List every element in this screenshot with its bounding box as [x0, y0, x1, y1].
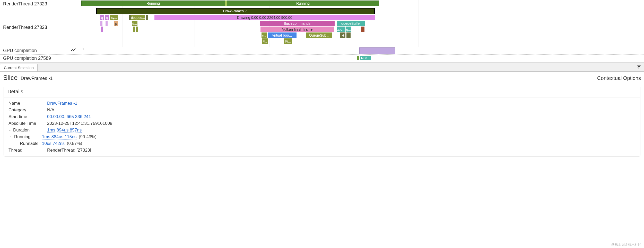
trace-d[interactable]: d... [132, 21, 137, 26]
trace-bar-tiny2[interactable] [146, 15, 148, 20]
trace-l3-b[interactable] [106, 21, 108, 26]
trace-l4-d2[interactable] [136, 27, 138, 32]
trace-tiny-r2[interactable] [349, 32, 351, 38]
detail-pct-runnable: (0.57%) [67, 141, 82, 146]
detail-pct-running: (99.43%) [79, 134, 97, 139]
track-label-gpu-completion[interactable]: GPU completion [0, 47, 81, 54]
details-header: Details [4, 86, 640, 97]
detail-val-thread: RenderThread [27323] [47, 148, 91, 153]
trace-app[interactable]: app... [337, 27, 345, 32]
detail-val-runnable[interactable]: 10us 742ns [42, 141, 65, 146]
chevron-down-icon[interactable]: ⌄ [8, 128, 12, 131]
trace-bar-tiny1[interactable] [129, 15, 131, 20]
trace-p[interactable]: p [114, 21, 118, 26]
trace-fi[interactable]: Fi... [284, 38, 292, 44]
trace-queuesub[interactable]: QueueSub... [306, 32, 332, 38]
trace-gpu-green[interactable] [357, 56, 359, 60]
detail-val-category: N/A [47, 108, 54, 113]
trace-brown[interactable] [361, 27, 364, 32]
detail-key-start: Start time [8, 114, 47, 119]
trace-l3-a[interactable] [100, 21, 102, 26]
detail-key-duration[interactable]: ⌄ Duration [8, 128, 47, 133]
trace-drawing[interactable]: Drawing 0.00 0.00 2264.00 900.00 [154, 15, 375, 20]
detail-val-duration[interactable]: 1ms 894us 857ns [47, 128, 82, 133]
detail-val-name[interactable]: DrawFrames -1 [47, 101, 77, 106]
trace-run-small[interactable]: Run... [360, 56, 371, 60]
detail-key-category: Category [8, 108, 47, 113]
trace-q3[interactable]: q... [346, 27, 351, 32]
trace-q2[interactable]: q [105, 15, 109, 20]
detail-val-start[interactable]: 00:00:00. 665 336 241 [47, 114, 91, 119]
detail-key-thread: Thread [8, 148, 47, 153]
trace-running-2[interactable]: Running [227, 1, 379, 6]
detail-val-running[interactable]: 1ms 884us 115ns [42, 134, 76, 139]
contextual-options[interactable]: Contextual Options [597, 75, 641, 81]
trace-tiny-r1[interactable] [346, 32, 349, 38]
detail-key-running[interactable]: › Running [8, 134, 42, 139]
gpu-count: 1 [82, 47, 84, 51]
trace-gpu-bar[interactable] [359, 47, 395, 54]
trace-gap[interactable] [225, 1, 227, 6]
detail-key-abs: Absolute Time [8, 121, 47, 126]
trace-flush[interactable]: flush commands [260, 21, 335, 26]
track-label-gpu-completion-id[interactable]: GPU completion 27589 [0, 55, 81, 62]
track-label-renderthread-2[interactable]: RenderThread 27323 [0, 8, 81, 47]
details-panel: Details Name DrawFrames -1 Category N/A … [4, 86, 640, 156]
trace-l4-a[interactable] [101, 27, 103, 32]
trace-vulkan[interactable]: Vulkan finish frame [260, 27, 334, 32]
chevron-right-icon[interactable]: › [10, 134, 14, 138]
trace-virtual[interactable]: virtual boo... [268, 32, 297, 38]
trace-dequeue[interactable]: dequeu... [131, 15, 145, 20]
trace-l4-d1[interactable] [133, 27, 135, 32]
trace-f1[interactable]: F... [262, 38, 268, 44]
chart-line-icon [71, 48, 76, 53]
trace-drawframes[interactable]: DrawFrames -1 [96, 8, 375, 14]
slice-title: Slice [3, 74, 18, 81]
detail-val-abs: 2023-12-25T12:41:31.759161009 [47, 121, 112, 126]
track-label-renderthread-1[interactable]: RenderThread 27323 [0, 0, 81, 8]
trace-q1[interactable]: q [100, 15, 104, 20]
slice-name: DrawFrames -1 [21, 76, 53, 81]
detail-key-name: Name [8, 101, 47, 106]
tab-current-selection[interactable]: Current Selection [0, 64, 38, 71]
trace-v[interactable]: v... [262, 32, 267, 38]
detail-key-runnable: Runnable [8, 141, 42, 146]
details-tab-bar: Current Selection [0, 63, 644, 72]
collapse-panel-icon[interactable] [636, 65, 641, 70]
trace-h[interactable]: H [340, 32, 345, 38]
trace-queuebuffer[interactable]: queueBuffer [337, 21, 365, 26]
trace-running-1[interactable]: Running [81, 1, 225, 6]
trace-sy[interactable]: sy... [110, 15, 118, 20]
